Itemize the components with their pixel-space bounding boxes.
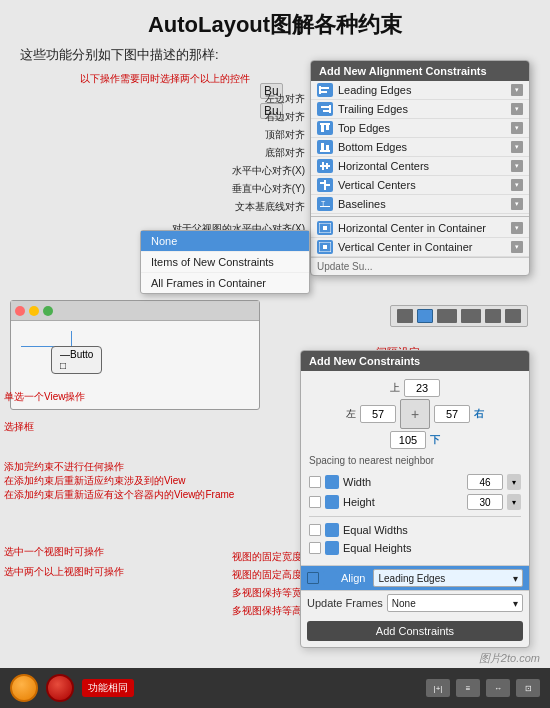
update-frames-dropdown[interactable]: None ▾	[387, 594, 523, 612]
align-icon	[323, 571, 337, 585]
tb-icon-2[interactable]	[417, 309, 433, 323]
watermark-text: 图片2to.com	[479, 652, 540, 664]
svg-rect-3	[329, 105, 331, 113]
align-row-hcenters[interactable]: Horizontal Centers ▾	[311, 157, 529, 176]
svg-rect-16	[320, 182, 324, 184]
spacing-right-label: 右	[474, 407, 484, 421]
svg-rect-15	[324, 180, 326, 190]
bottom-edges-icon	[317, 140, 333, 154]
update-all[interactable]: All Frames in Container	[141, 273, 309, 293]
align-label-vcenter-container: Vertical Center in Container	[338, 241, 511, 253]
ann-add-constraints-note1: 添加完约束不进行任何操作 在添加约束后重新适应约束涉及到的View 在添加约束后…	[4, 460, 234, 502]
cross-icon: +	[411, 406, 419, 422]
align-row-hcenter-container[interactable]: Horizontal Center in Container ▾	[311, 219, 529, 238]
toolbar-icon-b[interactable]: ≡	[456, 679, 480, 697]
same-function-label: 功能相同	[82, 679, 134, 697]
align-row-top[interactable]: Top Edges ▾	[311, 119, 529, 138]
add-constraints-button[interactable]: Add Constraints	[307, 621, 523, 641]
align-row-bottom[interactable]: Bottom Edges ▾	[311, 138, 529, 157]
update-frames-row: Update Frames None ▾	[301, 590, 529, 615]
spacing-section: 上 左 + 右 下	[309, 379, 521, 449]
top-dropdown[interactable]: ▾	[511, 122, 523, 134]
ann-single-view: 单选一个View操作	[4, 390, 86, 404]
align-row-vcenters[interactable]: Vertical Centers ▾	[311, 176, 529, 195]
spacing-top-label: 上	[390, 381, 400, 395]
red-button[interactable]	[46, 674, 74, 702]
vcenter-container-dropdown[interactable]: ▾	[511, 241, 523, 253]
orange-button[interactable]	[10, 674, 38, 702]
spacing-top-input[interactable]	[404, 379, 440, 397]
height-input[interactable]	[467, 494, 503, 510]
svg-rect-9	[320, 150, 330, 152]
svg-rect-8	[326, 125, 329, 130]
align-label-hcenter-container: Horizontal Center in Container	[338, 222, 511, 234]
baselines-icon: T	[317, 197, 333, 211]
svg-rect-21	[323, 226, 327, 230]
align-row-leading[interactable]: Leading Edges ▾	[311, 81, 529, 100]
width-dropdown[interactable]: ▾	[507, 474, 521, 490]
constraint-top	[71, 331, 72, 346]
trailing-dropdown[interactable]: ▾	[511, 103, 523, 115]
hcenter-container-dropdown[interactable]: ▾	[511, 222, 523, 234]
width-checkbox[interactable]	[309, 476, 321, 488]
ann-note-1b: 在添加约束后重新适应约束涉及到的View	[4, 474, 234, 488]
equal-widths-checkbox[interactable]	[309, 524, 321, 536]
tb-icon-6[interactable]	[505, 309, 521, 323]
height-label: Height	[343, 496, 463, 508]
svg-rect-4	[321, 106, 329, 108]
close-btn[interactable]	[15, 306, 25, 316]
ann-note-1a: 添加完约束不进行任何操作	[4, 460, 234, 474]
constraint-width-row: Width ▾	[309, 472, 521, 492]
align-checkbox[interactable]	[307, 572, 319, 584]
align-row-trailing[interactable]: Trailing Edges ▾	[311, 100, 529, 119]
constraints-panel: Add New Constraints 上 左 + 右	[300, 350, 530, 648]
spacing-right-input[interactable]	[434, 405, 470, 423]
align-value-dropdown[interactable]: Leading Edges ▾	[373, 569, 523, 587]
ib-canvas: —Butto□	[11, 321, 259, 401]
toolbar-icon-d[interactable]: ⊡	[516, 679, 540, 697]
height-checkbox[interactable]	[309, 496, 321, 508]
update-frames-chevron: ▾	[513, 598, 518, 609]
tb-icon-4[interactable]	[461, 309, 481, 323]
label-vcenter: 垂直中心对齐(Y)	[172, 180, 305, 198]
spacing-left-label: 左	[346, 407, 356, 421]
update-items[interactable]: Items of New Constraints	[141, 252, 309, 273]
vcenters-dropdown[interactable]: ▾	[511, 179, 523, 191]
align-popup-title: Add New Alignment Constraints	[311, 61, 529, 81]
hcenters-dropdown[interactable]: ▾	[511, 160, 523, 172]
update-none[interactable]: None	[141, 231, 309, 252]
toolbar-icon-a[interactable]: |+|	[426, 679, 450, 697]
align-popup: Add New Alignment Constraints Leading Ed…	[310, 60, 530, 276]
equal-heights-checkbox[interactable]	[309, 542, 321, 554]
bottom-dropdown[interactable]: ▾	[511, 141, 523, 153]
minimize-btn[interactable]	[29, 306, 39, 316]
spacing-left-input[interactable]	[360, 405, 396, 423]
svg-rect-7	[321, 125, 324, 132]
leading-dropdown[interactable]: ▾	[511, 84, 523, 96]
tb-icon-1[interactable]	[397, 309, 413, 323]
leading-edges-icon	[317, 83, 333, 97]
align-section-label: Align	[341, 572, 365, 584]
align-row-baselines[interactable]: T Baselines ▾	[311, 195, 529, 214]
expand-btn[interactable]	[43, 306, 53, 316]
spacing-bottom-input[interactable]	[390, 431, 426, 449]
label-top: 顶部对齐	[172, 126, 305, 144]
width-icon	[325, 475, 339, 489]
align-label-trailing: Trailing Edges	[338, 103, 511, 115]
ann-single-op: 选中一个视图时可操作	[4, 545, 104, 559]
svg-rect-5	[323, 110, 329, 112]
align-row-vcenter-container[interactable]: Vertical Center in Container ▾	[311, 238, 529, 257]
baselines-dropdown[interactable]: ▾	[511, 198, 523, 210]
align-label-hcenters: Horizontal Centers	[338, 160, 511, 172]
tb-icon-3[interactable]	[437, 309, 457, 323]
width-input[interactable]	[467, 474, 503, 490]
height-dropdown[interactable]: ▾	[507, 494, 521, 510]
update-frames-value: None	[392, 598, 416, 609]
svg-text:T: T	[321, 200, 326, 207]
align-value-text: Leading Edges	[378, 573, 445, 584]
toolbar-icon-c[interactable]: ↔	[486, 679, 510, 697]
align-label-top: Top Edges	[338, 122, 511, 134]
align-value-chevron: ▾	[513, 573, 518, 584]
ann-multi-op: 选中两个以上视图时可操作	[4, 565, 124, 579]
tb-icon-5[interactable]	[485, 309, 501, 323]
